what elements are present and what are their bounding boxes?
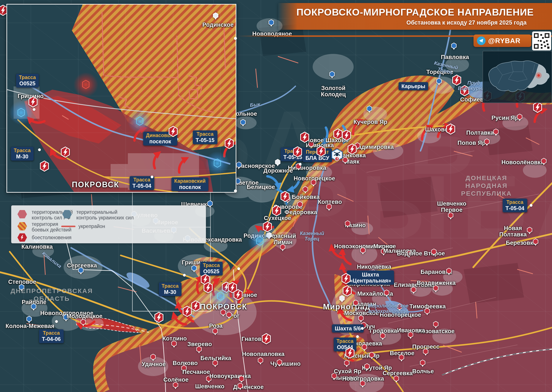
road-label: ТрассаТ-05-15 xyxy=(193,130,217,144)
place-pin xyxy=(329,71,335,79)
label-connector-dot xyxy=(361,327,364,330)
place-pin xyxy=(173,382,178,389)
road-label: ТрассаТ-05-04 xyxy=(130,176,154,190)
place-pin xyxy=(408,332,414,339)
clash-icon xyxy=(233,289,243,301)
place-pin xyxy=(411,287,417,294)
clash-icon xyxy=(168,126,178,137)
map-label-line: поселок xyxy=(174,184,205,190)
clash-icon xyxy=(345,347,355,359)
brand-label: @RYBAR xyxy=(488,37,521,45)
qr-code xyxy=(532,31,551,50)
map-label: Шахта 5/6 xyxy=(332,324,364,333)
place-pin xyxy=(212,328,218,336)
place-label: Дорожное xyxy=(263,168,293,174)
place-pin xyxy=(423,349,429,356)
road-connector-dot xyxy=(356,335,359,338)
place-pin xyxy=(436,78,442,85)
river-label: Миролюбовское водохранилище xyxy=(368,303,408,314)
map-label: Карьеры xyxy=(399,82,428,90)
inset-handle-dot xyxy=(234,37,237,40)
legend-swatch-rf-control xyxy=(17,210,27,219)
place-label: Березовка xyxy=(506,240,537,246)
place-pin xyxy=(237,383,243,390)
place-pin xyxy=(171,341,177,348)
strike-glow xyxy=(247,228,273,254)
legend-label: укрепрайон xyxy=(78,224,105,229)
place-label: ПОКРОВСК xyxy=(72,181,119,189)
place-pin xyxy=(275,159,281,167)
place-label: Водяное Второе xyxy=(397,250,445,257)
clash-icon xyxy=(60,147,70,158)
place-pin xyxy=(527,227,533,234)
place-pin xyxy=(150,354,156,361)
place-label: Федоровка xyxy=(284,209,317,216)
road-label: ТрассаО0525 xyxy=(16,74,39,87)
place-pin xyxy=(345,220,351,228)
rybar-badge: @RYBAR xyxy=(474,35,531,47)
place-pin xyxy=(220,309,226,317)
river-label: Ковалиха xyxy=(41,251,63,269)
place-pin xyxy=(239,376,245,383)
clash-icon xyxy=(272,205,282,216)
place-label: Полтавка xyxy=(466,130,494,136)
page-subtitle: Обстановка к исходу 27 ноября 2025 года xyxy=(278,19,552,26)
place-pin xyxy=(344,360,350,367)
place-pin xyxy=(433,321,439,329)
place-pin xyxy=(280,244,286,252)
place-pin xyxy=(394,375,399,383)
road-connector-dot xyxy=(151,176,154,178)
place-label: Белицкое xyxy=(247,184,275,190)
clash-icon xyxy=(224,138,234,149)
place-pin xyxy=(451,43,457,50)
place-pin xyxy=(360,247,366,255)
road-connector-dot xyxy=(299,163,302,166)
place-pin xyxy=(380,333,386,340)
place-pin xyxy=(399,354,404,362)
place-pin xyxy=(258,357,263,365)
clash-icon xyxy=(191,301,201,312)
place-label: Никаноровка xyxy=(288,165,326,171)
road-connector-dot xyxy=(183,274,186,277)
map-canvas[interactable]: РЫБАРЬ РЫБАРЬ Нововодяное Золотой Колоде… xyxy=(0,0,552,392)
place-pin xyxy=(424,308,430,315)
place-pin xyxy=(191,265,197,273)
place-pin xyxy=(446,268,452,275)
strike-glow xyxy=(127,108,153,134)
place-pin xyxy=(448,212,454,220)
page-title: ПОКРОВСКО-МИРНОГРАДСКОЕ НАПРАВЛЕНИЕ xyxy=(278,7,552,18)
map-label-line: «Центральная» xyxy=(350,278,391,284)
legend-swatch-fortified-line xyxy=(61,226,76,227)
road-connector-dot xyxy=(530,204,533,207)
strike-glow xyxy=(205,150,230,176)
place-pin xyxy=(493,129,499,136)
place-label: Новопавловка xyxy=(242,351,284,357)
legend-label: боестолкновения xyxy=(32,235,71,240)
road-label: ТрассаТ-05-04 xyxy=(503,198,527,212)
place-pin xyxy=(26,316,32,323)
legend-swatch-combat-zone xyxy=(17,222,27,231)
place-label: Русин Яр xyxy=(491,115,518,121)
clash-icon xyxy=(39,161,49,172)
place-pin xyxy=(353,300,359,307)
road-label: ТрассаМ-30 xyxy=(11,147,34,161)
place-pin xyxy=(360,380,366,388)
place-label: Родинское xyxy=(202,22,234,28)
road-label: ТрассаО0525 xyxy=(200,262,223,275)
drone-intercept-icon xyxy=(331,148,343,163)
inset-handle-dot xyxy=(234,189,237,192)
place-label: Колона-Межевая xyxy=(6,323,55,329)
clash-icon xyxy=(300,132,310,143)
place-pin xyxy=(484,139,490,146)
map-label-line: Шахта 5/6 xyxy=(335,325,361,331)
clash-icon xyxy=(261,333,271,344)
river-label: Бык xyxy=(250,102,261,108)
place-label: Удачное xyxy=(142,361,166,367)
region-label: ДНЕПРОПЕТРОВСКАЯ ОБЛАСТЬ xyxy=(11,287,93,302)
place-pin xyxy=(517,114,523,121)
place-label: Павловка xyxy=(441,54,469,60)
place-label: Новоукраинка xyxy=(209,373,251,379)
clash-icon xyxy=(446,124,456,135)
place-pin xyxy=(303,186,308,194)
place-pin xyxy=(277,359,283,367)
